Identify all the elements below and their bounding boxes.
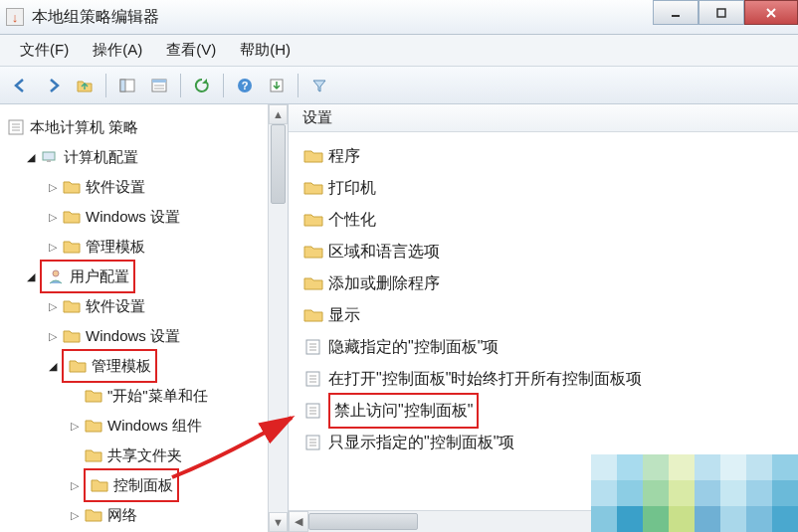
help-button[interactable]: ? <box>230 71 260 100</box>
folder-icon <box>84 446 103 464</box>
pixel-censor <box>591 454 798 480</box>
menu-help[interactable]: 帮助(H) <box>228 37 302 64</box>
refresh-button[interactable] <box>187 71 217 100</box>
expand-icon[interactable]: ▷ <box>68 500 82 530</box>
tree-item[interactable]: ▷软件设置 <box>6 291 268 321</box>
tree-item[interactable]: "开始"菜单和任 <box>6 381 268 411</box>
list-item[interactable]: 隐藏指定的"控制面板"项 <box>302 331 798 363</box>
item-label: 隐藏指定的"控制面板"项 <box>328 331 499 363</box>
toolbar: ? <box>0 67 798 104</box>
tree-label: 用户配置 <box>70 262 129 291</box>
collapse-icon[interactable]: ◢ <box>24 262 38 291</box>
collapse-icon[interactable]: ◢ <box>46 351 60 381</box>
policy-setting-icon <box>302 370 324 388</box>
folder-icon <box>84 417 103 435</box>
policy-setting-icon <box>302 434 324 451</box>
tree-item[interactable]: ▷Windows 设置 <box>6 202 268 232</box>
expand-icon[interactable]: ▷ <box>46 232 60 262</box>
tree-admin-templates[interactable]: ◢ 管理模板 <box>6 351 268 381</box>
tree-label: Windows 设置 <box>86 202 180 232</box>
tree-item[interactable]: 共享文件夹 <box>6 441 268 470</box>
tree-label: 计算机配置 <box>64 142 138 172</box>
toolbar-separator <box>223 74 224 97</box>
list-item-highlighted[interactable]: 禁止访问"控制面板" <box>302 395 798 427</box>
window-buttons <box>653 0 798 25</box>
scroll-thumb[interactable] <box>308 513 418 530</box>
maximize-button[interactable] <box>698 0 744 25</box>
list-item[interactable]: 打印机 <box>302 172 798 204</box>
item-label: 打印机 <box>328 172 376 204</box>
toolbar-separator <box>180 74 181 97</box>
tree-item[interactable]: ▷Windows 设置 <box>6 321 268 351</box>
expand-icon[interactable]: ▷ <box>46 321 60 351</box>
tree-label: 共享文件夹 <box>107 441 182 470</box>
tree-label: Windows 设置 <box>86 321 180 351</box>
menu-view[interactable]: 查看(V) <box>154 37 228 64</box>
tree-scrollbar[interactable]: ▲ ▼ <box>268 104 288 532</box>
svg-rect-17 <box>43 152 55 160</box>
scroll-up-icon[interactable]: ▲ <box>269 104 288 124</box>
app-icon: ↓ <box>6 8 24 26</box>
folder-icon <box>62 178 82 196</box>
folder-icon <box>302 274 324 292</box>
list-item[interactable]: 显示 <box>302 299 798 331</box>
minimize-button[interactable] <box>653 0 698 25</box>
expand-icon[interactable]: ▷ <box>68 470 82 500</box>
scroll-down-icon[interactable]: ▼ <box>269 512 288 532</box>
expand-icon[interactable]: ▷ <box>46 291 60 321</box>
folder-icon <box>302 211 324 229</box>
expand-icon[interactable]: ▷ <box>68 411 82 441</box>
up-button[interactable] <box>70 71 100 100</box>
titlebar: ↓ 本地组策略编辑器 <box>0 0 798 35</box>
tree-item[interactable]: ▷Windows 组件 <box>6 411 268 441</box>
folder-icon <box>62 297 82 315</box>
show-hide-tree-button[interactable] <box>112 71 142 100</box>
expand-icon[interactable]: ▷ <box>46 202 60 232</box>
tree-item[interactable]: ▷软件设置 <box>6 172 268 202</box>
tree-control-panel[interactable]: ▷ 控制面板 <box>6 470 268 500</box>
export-button[interactable] <box>262 71 292 100</box>
item-label: 禁止访问"控制面板" <box>328 393 479 429</box>
column-header-setting[interactable]: 设置 <box>289 104 798 132</box>
forward-button[interactable] <box>38 71 68 100</box>
scroll-thumb[interactable] <box>271 124 286 204</box>
tree-user-config[interactable]: ◢ 用户配置 <box>6 262 268 291</box>
folder-icon <box>302 306 324 324</box>
item-label: 只显示指定的"控制面板"项 <box>328 427 514 458</box>
back-button[interactable] <box>6 71 36 100</box>
scroll-track[interactable] <box>269 124 288 512</box>
item-label: 程序 <box>328 140 360 172</box>
close-button[interactable] <box>744 0 798 25</box>
menu-file[interactable]: 文件(F) <box>8 37 81 64</box>
svg-point-19 <box>53 270 59 276</box>
list-item[interactable]: 个性化 <box>302 204 798 236</box>
tree-label: "开始"菜单和任 <box>107 381 208 411</box>
folder-icon <box>302 179 324 197</box>
policy-icon <box>6 118 26 136</box>
collapse-icon[interactable]: ◢ <box>24 142 38 172</box>
menu-action[interactable]: 操作(A) <box>81 37 154 64</box>
toolbar-separator <box>298 74 299 97</box>
tree-item[interactable]: ▷管理模板 <box>6 232 268 262</box>
list-item[interactable]: 程序 <box>302 140 798 172</box>
list-item[interactable]: 区域和语言选项 <box>302 236 798 267</box>
scroll-left-icon[interactable]: ◀ <box>289 511 308 532</box>
properties-button[interactable] <box>144 71 174 100</box>
folder-icon <box>84 506 103 524</box>
tree-root[interactable]: 本地计算机 策略 <box>6 112 268 142</box>
list-item[interactable]: 在打开"控制面板"时始终打开所有控制面板项 <box>302 363 798 395</box>
folder-icon <box>62 327 82 345</box>
item-label: 区域和语言选项 <box>328 236 440 267</box>
folder-icon <box>90 476 109 494</box>
settings-list[interactable]: 程序 打印机 个性化 区域和语言选项 添加或删除程序 显示 隐藏指定的"控制面板… <box>289 132 798 510</box>
list-item[interactable]: 添加或删除程序 <box>302 267 798 299</box>
svg-rect-18 <box>47 160 51 162</box>
tree[interactable]: 本地计算机 策略 ◢ 计算机配置 ▷软件设置 ▷Windows 设置 ▷管理模板… <box>0 104 268 532</box>
tree-item[interactable]: ▷网络 <box>6 500 268 530</box>
item-label: 在打开"控制面板"时始终打开所有控制面板项 <box>328 363 642 395</box>
tree-panel: 本地计算机 策略 ◢ 计算机配置 ▷软件设置 ▷Windows 设置 ▷管理模板… <box>0 104 289 532</box>
expand-icon[interactable]: ▷ <box>46 172 60 202</box>
filter-button[interactable] <box>304 71 334 100</box>
tree-label: 本地计算机 策略 <box>30 112 138 142</box>
tree-computer-config[interactable]: ◢ 计算机配置 <box>6 142 268 172</box>
